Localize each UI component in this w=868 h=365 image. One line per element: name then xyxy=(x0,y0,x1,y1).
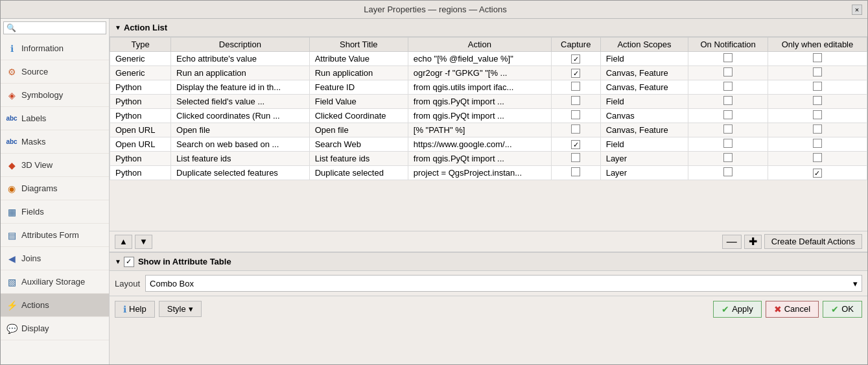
sidebar-item-attributes-form[interactable]: ▤ Attributes Form xyxy=(1,224,109,247)
cell-only-editable[interactable] xyxy=(768,137,867,152)
cell-capture[interactable] xyxy=(551,95,600,109)
cell-capture[interactable] xyxy=(551,109,600,123)
sidebar-item-joins[interactable]: ◀ Joins xyxy=(1,247,109,270)
ok-button[interactable]: ✔ OK xyxy=(823,301,862,318)
editable-checkbox[interactable] xyxy=(813,110,822,119)
capture-checkbox[interactable] xyxy=(571,69,580,78)
editable-checkbox[interactable] xyxy=(813,82,822,91)
show-attr-table-header[interactable]: ▼ ✓ Show in Attribute Table xyxy=(110,253,867,271)
sidebar-item-source[interactable]: ⚙ Source xyxy=(1,60,109,84)
help-button[interactable]: ℹ Help xyxy=(115,301,155,318)
remove-action-button[interactable]: — xyxy=(722,235,742,249)
cell-capture[interactable] xyxy=(551,66,600,80)
capture-checkbox[interactable] xyxy=(571,96,580,105)
cell-on-notification[interactable] xyxy=(688,109,768,123)
notification-checkbox[interactable] xyxy=(723,110,733,119)
editable-checkbox[interactable] xyxy=(813,169,822,178)
notification-checkbox[interactable] xyxy=(723,67,733,77)
table-row[interactable]: Python Clicked coordinates (Run ... Clic… xyxy=(110,109,867,123)
capture-checkbox[interactable] xyxy=(571,54,580,64)
cell-on-notification[interactable] xyxy=(688,166,768,180)
capture-checkbox[interactable] xyxy=(571,110,580,119)
cell-action: from qgis.utils import ifac... xyxy=(408,80,551,95)
create-default-actions-button[interactable]: Create Default Actions xyxy=(764,234,862,249)
sidebar-item-fields[interactable]: ▦ Fields xyxy=(1,200,109,224)
style-arrow: ▾ xyxy=(189,304,193,314)
action-list-section-header[interactable]: ▼ Action List xyxy=(110,19,867,37)
editable-checkbox[interactable] xyxy=(813,53,822,62)
editable-checkbox[interactable] xyxy=(813,153,822,162)
table-row[interactable]: Generic Echo attribute's value Attribute… xyxy=(110,52,867,66)
table-row[interactable]: Open URL Search on web based on ... Sear… xyxy=(110,137,867,152)
cell-capture[interactable] xyxy=(551,152,600,166)
cell-only-editable[interactable] xyxy=(768,52,867,66)
notification-checkbox[interactable] xyxy=(723,53,733,62)
table-row[interactable]: Python Display the feature id in th... F… xyxy=(110,80,867,95)
cell-on-notification[interactable] xyxy=(688,66,768,80)
table-row[interactable]: Generic Run an application Run applicati… xyxy=(110,66,867,80)
cell-capture[interactable] xyxy=(551,166,600,180)
capture-checkbox[interactable] xyxy=(571,153,580,162)
symbology-icon: ◈ xyxy=(6,89,18,101)
search-icon: 🔍 xyxy=(6,23,16,32)
cell-only-editable[interactable] xyxy=(768,152,867,166)
cell-only-editable[interactable] xyxy=(768,95,867,109)
move-up-button[interactable]: ▲ xyxy=(115,235,132,249)
cell-on-notification[interactable] xyxy=(688,152,768,166)
cell-only-editable[interactable] xyxy=(768,166,867,180)
capture-checkbox[interactable] xyxy=(571,167,580,176)
table-row[interactable]: Python List feature ids List feature ids… xyxy=(110,152,867,166)
sidebar-item-diagrams[interactable]: ◉ Diagrams xyxy=(1,177,109,200)
table-row[interactable]: Python Selected field's value ... Field … xyxy=(110,95,867,109)
editable-checkbox[interactable] xyxy=(813,139,822,148)
notification-checkbox[interactable] xyxy=(723,82,733,91)
table-row[interactable]: Open URL Open file Open file [% "PATH" %… xyxy=(110,123,867,137)
cell-capture[interactable] xyxy=(551,123,600,137)
cell-capture[interactable] xyxy=(551,80,600,95)
layout-select[interactable]: Combo Box ▾ xyxy=(145,275,862,292)
sidebar-item-actions[interactable]: ⚡ Actions xyxy=(1,294,109,317)
sidebar-item-masks[interactable]: abc Masks xyxy=(1,130,109,154)
editable-checkbox[interactable] xyxy=(813,124,822,134)
sidebar-item-information[interactable]: ℹ Information xyxy=(1,37,109,60)
editable-checkbox[interactable] xyxy=(813,67,822,77)
close-button[interactable]: × xyxy=(852,5,862,15)
cell-capture[interactable] xyxy=(551,52,600,66)
show-in-table-checkbox[interactable]: ✓ xyxy=(124,257,134,267)
layout-select-arrow: ▾ xyxy=(853,279,858,288)
cell-only-editable[interactable] xyxy=(768,66,867,80)
sidebar-item-symbology[interactable]: ◈ Symbology xyxy=(1,84,109,107)
cell-on-notification[interactable] xyxy=(688,137,768,152)
capture-checkbox[interactable] xyxy=(571,124,580,134)
notification-checkbox[interactable] xyxy=(723,167,733,176)
table-row[interactable]: Python Duplicate selected features Dupli… xyxy=(110,166,867,180)
cancel-button[interactable]: ✖ Cancel xyxy=(766,301,819,318)
notification-checkbox[interactable] xyxy=(723,96,733,105)
sidebar-item-auxiliary-storage[interactable]: ▧ Auxiliary Storage xyxy=(1,270,109,294)
cell-on-notification[interactable] xyxy=(688,123,768,137)
search-box[interactable]: 🔍 xyxy=(3,21,106,34)
move-down-button[interactable]: ▼ xyxy=(135,235,152,249)
sidebar-item-3dview[interactable]: ◆ 3D View xyxy=(1,154,109,177)
fields-icon: ▦ xyxy=(6,206,18,218)
cell-only-editable[interactable] xyxy=(768,109,867,123)
notification-checkbox[interactable] xyxy=(723,124,733,134)
cell-only-editable[interactable] xyxy=(768,80,867,95)
editable-checkbox[interactable] xyxy=(813,96,822,105)
cell-on-notification[interactable] xyxy=(688,80,768,95)
notification-checkbox[interactable] xyxy=(723,139,733,148)
search-input[interactable] xyxy=(16,23,103,32)
capture-checkbox[interactable] xyxy=(571,140,580,149)
cell-description: Display the feature id in th... xyxy=(171,80,310,95)
cell-on-notification[interactable] xyxy=(688,52,768,66)
cell-only-editable[interactable] xyxy=(768,123,867,137)
apply-button[interactable]: ✔ Apply xyxy=(713,301,762,318)
cell-on-notification[interactable] xyxy=(688,95,768,109)
capture-checkbox[interactable] xyxy=(571,82,580,91)
sidebar-item-display[interactable]: 💬 Display xyxy=(1,317,109,340)
sidebar-item-labels[interactable]: abc Labels xyxy=(1,107,109,130)
cell-capture[interactable] xyxy=(551,137,600,152)
style-button[interactable]: Style ▾ xyxy=(159,301,202,317)
add-action-button[interactable]: ✚ xyxy=(744,235,762,249)
notification-checkbox[interactable] xyxy=(723,153,733,162)
